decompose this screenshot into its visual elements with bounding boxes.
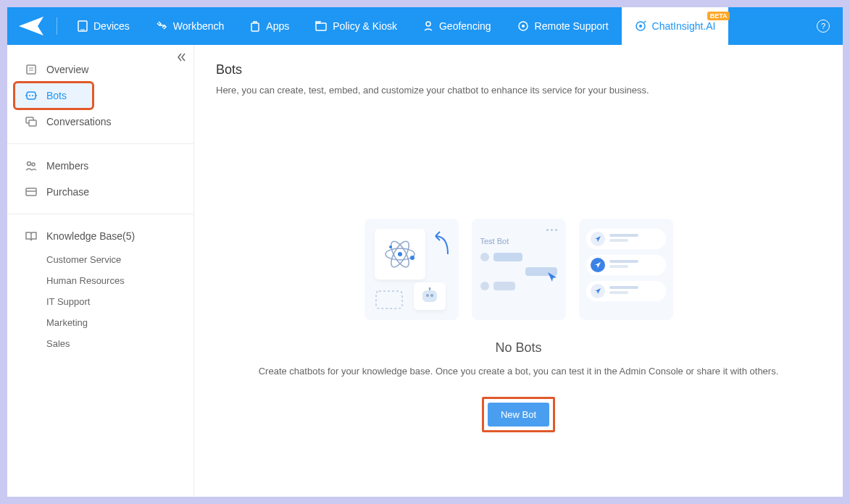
- svg-point-27: [398, 252, 402, 256]
- sidebar-label: Bots: [46, 90, 67, 101]
- svg-point-14: [29, 95, 30, 96]
- send-icon: [594, 235, 601, 243]
- svg-rect-19: [29, 120, 36, 126]
- chevron-double-left-icon: [176, 52, 186, 62]
- kb-item[interactable]: Customer Service: [46, 249, 186, 270]
- folder-icon: [315, 21, 327, 31]
- send-icon: [594, 261, 601, 269]
- side-group-admin: Members Purchase: [7, 147, 193, 211]
- globe-icon: [517, 20, 529, 32]
- kb-item[interactable]: Human Resources: [46, 270, 186, 291]
- logo-icon: [17, 15, 46, 37]
- logo[interactable]: [7, 7, 57, 45]
- nav-policy[interactable]: Policy & Kiosk: [302, 7, 410, 45]
- robot-face-icon: [420, 287, 440, 305]
- sidebar: Overview Bots Conversations: [7, 45, 194, 497]
- sidebar-overview[interactable]: Overview: [14, 56, 186, 83]
- nav-workbench[interactable]: Workbench: [143, 7, 238, 45]
- cursor-icon: [546, 270, 560, 285]
- nav-apps[interactable]: Apps: [237, 7, 302, 45]
- nav-label: Workbench: [173, 20, 225, 32]
- nav-chatinsight[interactable]: ChatInsight.AI BETA: [622, 7, 729, 45]
- side-group-main: Overview Bots Conversations: [7, 51, 193, 140]
- svg-rect-10: [27, 65, 36, 74]
- svg-point-32: [430, 294, 433, 297]
- nav-label: Geofencing: [439, 20, 491, 32]
- nav-devices[interactable]: Devices: [64, 7, 143, 45]
- svg-point-34: [428, 287, 430, 290]
- illus-configure: [364, 219, 459, 320]
- svg-line-9: [644, 21, 646, 22]
- page-title: Bots: [216, 62, 821, 77]
- book-icon: [25, 231, 38, 241]
- kb-children: Customer Service Human Resources IT Supp…: [14, 249, 186, 354]
- nav-remote[interactable]: Remote Support: [504, 7, 622, 45]
- nav-items: Devices Workbench Apps Policy & Kiosk Ge…: [57, 7, 817, 45]
- kb-item[interactable]: IT Support: [46, 291, 186, 312]
- svg-point-4: [426, 22, 430, 26]
- svg-rect-13: [27, 92, 36, 99]
- sidebar-members[interactable]: Members: [14, 153, 186, 179]
- svg-point-29: [389, 245, 392, 248]
- chat-icon: [25, 116, 38, 127]
- svg-point-21: [32, 163, 35, 166]
- svg-point-31: [426, 294, 429, 297]
- dashed-box-icon: [375, 290, 404, 310]
- collapse-sidebar-button[interactable]: [176, 52, 186, 64]
- empty-title: No Bots: [495, 340, 541, 356]
- svg-rect-22: [26, 188, 36, 196]
- kb-item[interactable]: Sales: [46, 333, 186, 354]
- wrench-icon: [156, 20, 167, 32]
- svg-point-15: [32, 95, 33, 96]
- beta-badge: BETA: [707, 12, 730, 20]
- pin-icon: [423, 20, 433, 32]
- side-group-kb: Knowledge Base(5) Customer Service Human…: [7, 217, 193, 360]
- bot-icon: [25, 91, 38, 101]
- sidebar-knowledge-base[interactable]: Knowledge Base(5): [14, 223, 186, 249]
- bag-icon: [250, 20, 260, 32]
- nav-geofencing[interactable]: Geofencing: [410, 7, 504, 45]
- sidebar-label: Conversations: [46, 116, 112, 127]
- main-content: Bots Here, you can create, test, embed, …: [194, 45, 843, 497]
- svg-point-20: [28, 162, 31, 166]
- svg-rect-30: [422, 290, 437, 302]
- send-icon: [594, 287, 601, 295]
- illustration-row: Test Bot: [364, 219, 673, 320]
- new-bot-highlight: New Bot: [482, 397, 555, 432]
- empty-state: Test Bot: [216, 219, 821, 432]
- overview-icon: [25, 64, 38, 75]
- app-frame: Devices Workbench Apps Policy & Kiosk Ge…: [7, 7, 843, 497]
- new-bot-button[interactable]: New Bot: [488, 403, 549, 427]
- sidebar-label: Knowledge Base(5): [46, 230, 135, 242]
- sidebar-purchase[interactable]: Purchase: [14, 179, 186, 205]
- empty-description: Create chatbots for your knowledge base.…: [259, 366, 779, 377]
- test-bot-label: Test Bot: [480, 237, 557, 245]
- body-area: Overview Bots Conversations: [7, 45, 843, 497]
- sidebar-conversations[interactable]: Conversations: [14, 109, 186, 135]
- svg-point-6: [522, 25, 525, 28]
- help-icon[interactable]: ?: [817, 20, 830, 33]
- tablet-icon: [78, 20, 88, 32]
- card-icon: [25, 187, 38, 197]
- nav-label: ChatInsight.AI: [652, 20, 716, 32]
- members-icon: [25, 161, 38, 171]
- svg-point-8: [639, 25, 642, 28]
- sidebar-bots[interactable]: Bots: [14, 83, 93, 109]
- sidebar-divider: [7, 143, 193, 144]
- kb-item[interactable]: Marketing: [46, 312, 186, 333]
- sidebar-label: Overview: [46, 64, 88, 75]
- nav-label: Apps: [266, 20, 289, 32]
- top-nav: Devices Workbench Apps Policy & Kiosk Ge…: [7, 7, 843, 45]
- sidebar-label: Purchase: [46, 186, 89, 198]
- svg-rect-3: [316, 23, 326, 30]
- atom-icon: [382, 236, 418, 272]
- nav-right: ?: [817, 20, 843, 33]
- nav-label: Policy & Kiosk: [333, 20, 397, 32]
- svg-point-28: [410, 256, 414, 260]
- svg-rect-2: [251, 23, 259, 31]
- illus-test: Test Bot: [472, 219, 566, 320]
- nav-label: Devices: [93, 20, 130, 32]
- sidebar-divider: [7, 214, 193, 214]
- page-description: Here, you can create, test, embed, and c…: [216, 85, 821, 96]
- svg-rect-35: [376, 291, 402, 308]
